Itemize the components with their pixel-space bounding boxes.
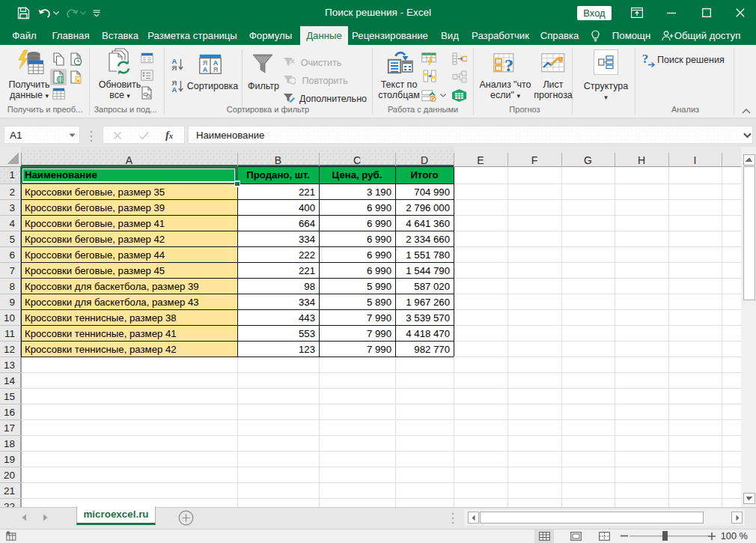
svg-text:7 990: 7 990 (367, 344, 391, 355)
svg-text:Цена, руб.: Цена, руб. (332, 169, 382, 181)
svg-text:7 990: 7 990 (367, 312, 391, 324)
svg-text:Продано, шт.: Продано, шт. (246, 169, 309, 181)
svg-text:9: 9 (9, 297, 15, 308)
svg-text:А: А (213, 59, 219, 67)
svg-text:А: А (172, 85, 177, 93)
svg-text:553: 553 (299, 328, 315, 339)
svg-text:1: 1 (9, 169, 15, 181)
svg-text:334: 334 (299, 234, 315, 245)
svg-text:А: А (203, 66, 208, 73)
svg-text:6 990: 6 990 (367, 265, 391, 276)
svg-text:1 544 790: 1 544 790 (406, 265, 450, 276)
svg-text:H: H (638, 154, 645, 166)
svg-text:Кроссовки теннисные, размер 38: Кроссовки теннисные, размер 38 (25, 312, 177, 324)
svg-text:1 551 780: 1 551 780 (406, 249, 450, 261)
svg-text:5: 5 (9, 234, 15, 245)
svg-text:D: D (421, 154, 428, 166)
svg-text:2: 2 (9, 186, 15, 198)
svg-text:98: 98 (304, 281, 315, 292)
svg-text:6 990: 6 990 (367, 234, 391, 245)
svg-text:15: 15 (4, 391, 15, 402)
svg-text:443: 443 (299, 312, 315, 324)
svg-text:Кроссовки беговые, размер 39: Кроссовки беговые, размер 39 (25, 202, 165, 213)
svg-text:400: 400 (299, 202, 315, 213)
svg-text:4 418 470: 4 418 470 (406, 328, 450, 339)
svg-text:587 020: 587 020 (414, 281, 450, 292)
svg-text:334: 334 (299, 297, 315, 308)
svg-text:Кроссовки беговые, размер 44: Кроссовки беговые, размер 44 (25, 249, 165, 261)
svg-text:704 990: 704 990 (414, 186, 450, 198)
svg-text:221: 221 (299, 265, 315, 276)
svg-text:7: 7 (9, 265, 15, 276)
svg-text:5 990: 5 990 (367, 281, 391, 292)
svg-text:Кроссовки для баскетбола, разм: Кроссовки для баскетбола, размер 43 (25, 297, 199, 308)
svg-text:7 990: 7 990 (367, 328, 391, 339)
svg-text:4 641 360: 4 641 360 (406, 218, 450, 229)
svg-text:22: 22 (4, 501, 15, 507)
svg-text:Я: Я (213, 66, 218, 73)
svg-text:10: 10 (4, 312, 15, 324)
svg-text:Кроссовки беговые, размер 41: Кроссовки беговые, размер 41 (25, 218, 165, 229)
svg-text:11: 11 (4, 328, 15, 339)
svg-text:Итого: Итого (410, 169, 438, 181)
svg-text:Кроссовки беговые, размер 35: Кроссовки беговые, размер 35 (25, 186, 165, 198)
svg-text:3 539 570: 3 539 570 (406, 312, 450, 324)
svg-text:6 990: 6 990 (367, 249, 391, 261)
svg-text:Я: Я (203, 59, 207, 67)
svg-text:Кроссовки беговые, размер 45: Кроссовки беговые, размер 45 (25, 265, 165, 276)
svg-text:Я: Я (172, 64, 177, 71)
svg-text:12: 12 (4, 344, 15, 355)
svg-text:19: 19 (4, 454, 15, 465)
svg-text:3: 3 (9, 202, 15, 213)
svg-text:3 190: 3 190 (367, 186, 391, 198)
svg-text:6 990: 6 990 (367, 218, 391, 229)
svg-text:664: 664 (299, 218, 315, 229)
svg-text:E: E (477, 154, 484, 166)
svg-text:?: ? (504, 55, 513, 75)
svg-text:F: F (531, 154, 538, 166)
svg-text:I: I (694, 154, 697, 166)
svg-text:G: G (584, 154, 592, 166)
svg-text:13: 13 (4, 360, 15, 371)
svg-text:123: 123 (299, 344, 315, 355)
svg-text:Кроссовки беговые, размер 42: Кроссовки беговые, размер 42 (25, 234, 165, 245)
svg-text:982 770: 982 770 (414, 344, 450, 355)
svg-text:20: 20 (4, 470, 15, 481)
svg-text:2 796 000: 2 796 000 (406, 202, 450, 213)
svg-text:4: 4 (9, 218, 15, 229)
svg-text:6: 6 (9, 249, 15, 261)
svg-text:21: 21 (4, 485, 15, 497)
svg-text:Наименование: Наименование (25, 169, 97, 181)
svg-text:6 990: 6 990 (367, 202, 391, 213)
svg-text:222: 222 (299, 249, 315, 261)
svg-text:Кроссовки для баскетбола, разм: Кроссовки для баскетбола, размер 39 (25, 281, 199, 292)
svg-text:14: 14 (4, 375, 16, 386)
svg-text:16: 16 (4, 407, 15, 418)
svg-text:A: A (126, 154, 133, 166)
svg-text:8: 8 (9, 281, 15, 292)
svg-text:18: 18 (4, 438, 15, 449)
svg-text:2 334 660: 2 334 660 (406, 234, 450, 245)
svg-text:5 890: 5 890 (367, 297, 391, 308)
svg-text:17: 17 (4, 422, 15, 434)
svg-text:?: ? (642, 52, 649, 66)
svg-text:Кроссовки теннисные, размер 42: Кроссовки теннисные, размер 42 (25, 344, 177, 355)
svg-text:221: 221 (299, 186, 315, 198)
svg-text:Кроссовки теннисные, размер 41: Кроссовки теннисные, размер 41 (25, 328, 177, 339)
svg-text:B: B (275, 154, 281, 166)
svg-text:1 967 260: 1 967 260 (406, 297, 450, 308)
svg-text:C: C (353, 154, 361, 166)
